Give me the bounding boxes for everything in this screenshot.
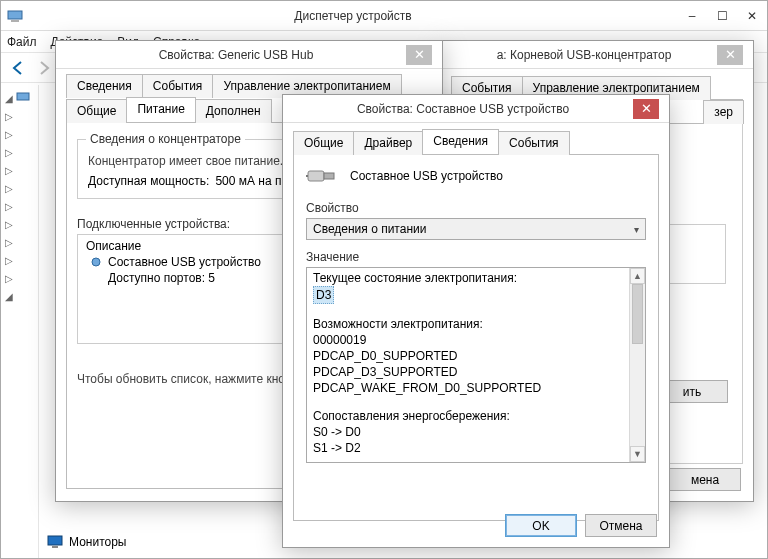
svg-point-5	[92, 258, 100, 266]
usb-icon	[90, 256, 102, 268]
value-listbox[interactable]: Текущее состояние электропитания: D3 Воз…	[306, 267, 646, 463]
list-item-label: Составное USB устройство	[108, 255, 261, 269]
tab-events[interactable]: События	[142, 74, 214, 98]
tab-details[interactable]: Сведения	[66, 74, 143, 98]
device-header: Составное USB устройство	[306, 165, 646, 187]
value-line: PDCAP_WAKE_FROM_D0_SUPPORTED	[313, 380, 639, 396]
properties-dialog-composite-usb: Свойства: Составное USB устройство ✕ Общ…	[282, 94, 670, 548]
tab-other[interactable]: зер	[703, 100, 744, 124]
main-title: Диспетчер устройств	[29, 9, 677, 23]
svg-rect-6	[308, 171, 324, 181]
chevron-down-icon: ▾	[634, 224, 639, 235]
value-label: Значение	[306, 250, 646, 264]
value-line-selected[interactable]: D3	[313, 286, 334, 304]
close-button[interactable]: ✕	[717, 45, 743, 65]
power-available-label: Доступная мощность:	[88, 174, 209, 188]
value-line: 00000019	[313, 332, 639, 348]
tab-panel-details: Составное USB устройство Свойство Сведен…	[293, 155, 659, 521]
svg-rect-7	[324, 173, 334, 179]
value-line: Текущее состояние электропитания:	[313, 270, 639, 286]
tab-power[interactable]: Питание	[126, 97, 195, 122]
value-line: S1 -> D2	[313, 440, 639, 456]
dialog-buttons: OK Отмена	[505, 514, 657, 537]
tree-item-label: Мониторы	[69, 535, 126, 549]
device-tree[interactable]: ◢ ▷ ▷ ▷ ▷ ▷ ▷ ▷ ▷ ▷ ▷ ◢	[1, 85, 39, 558]
usb-plug-icon	[306, 165, 338, 187]
cancel-button[interactable]: Отмена	[585, 514, 657, 537]
value-line: Сопоставления энергосбережения:	[313, 408, 639, 424]
svg-rect-4	[52, 546, 58, 548]
svg-rect-3	[48, 536, 62, 545]
svg-rect-1	[11, 20, 19, 22]
value-line: PDCAP_D3_SUPPORTED	[313, 364, 639, 380]
tab-driver[interactable]: Драйвер	[353, 131, 423, 155]
dialog-title: a: Корневой USB-концентратор	[451, 48, 717, 62]
property-dropdown[interactable]: Сведения о питании ▾	[306, 218, 646, 240]
tabs-row: Общие Драйвер Сведения События	[293, 129, 659, 155]
ok-button[interactable]: OK	[505, 514, 577, 537]
scrollbar[interactable]: ▲ ▼	[629, 268, 645, 462]
tab-events[interactable]: События	[498, 131, 570, 155]
tab-general[interactable]: Общие	[66, 99, 127, 123]
scroll-track[interactable]	[630, 284, 645, 446]
minimize-button[interactable]: –	[677, 5, 707, 27]
scroll-thumb[interactable]	[632, 284, 643, 344]
monitor-icon	[47, 534, 63, 550]
dialog-title: Свойства: Generic USB Hub	[66, 48, 406, 62]
computer-icon	[16, 91, 30, 105]
dialog-titlebar: a: Корневой USB-концентратор ✕	[441, 41, 753, 69]
value-line: PDCAP_D0_SUPPORTED	[313, 348, 639, 364]
group-legend: Сведения о концентраторе	[86, 132, 245, 146]
tree-item-monitors[interactable]: Мониторы	[47, 534, 126, 550]
computer-icon	[7, 8, 23, 24]
nav-forward-button[interactable]	[33, 57, 55, 79]
svg-rect-2	[17, 93, 29, 100]
cancel-button-partial[interactable]: мена	[669, 468, 741, 491]
menu-file[interactable]: Файл	[7, 35, 37, 49]
dialog-title: Свойства: Составное USB устройство	[293, 102, 633, 116]
property-label: Свойство	[306, 201, 646, 215]
close-button[interactable]: ✕	[406, 45, 432, 65]
tab-details[interactable]: Сведения	[422, 129, 499, 154]
value-line: Возможности электропитания:	[313, 316, 639, 332]
dialog-titlebar: Свойства: Составное USB устройство ✕	[283, 95, 669, 123]
close-button[interactable]: ✕	[633, 99, 659, 119]
nav-back-button[interactable]	[7, 57, 29, 79]
maximize-button[interactable]: ☐	[707, 5, 737, 27]
dialog-titlebar: Свойства: Generic USB Hub ✕	[56, 41, 442, 69]
device-header-label: Составное USB устройство	[350, 169, 503, 183]
window-controls: – ☐ ✕	[677, 5, 767, 27]
main-titlebar: Диспетчер устройств – ☐ ✕	[1, 1, 767, 31]
dropdown-value: Сведения о питании	[313, 222, 426, 236]
close-button[interactable]: ✕	[737, 5, 767, 27]
svg-rect-0	[8, 11, 22, 19]
tab-general[interactable]: Общие	[293, 131, 354, 155]
scroll-up-button[interactable]: ▲	[630, 268, 645, 284]
value-line: S0 -> D0	[313, 424, 639, 440]
tab-more[interactable]: Дополнен	[195, 99, 272, 123]
scroll-down-button[interactable]: ▼	[630, 446, 645, 462]
